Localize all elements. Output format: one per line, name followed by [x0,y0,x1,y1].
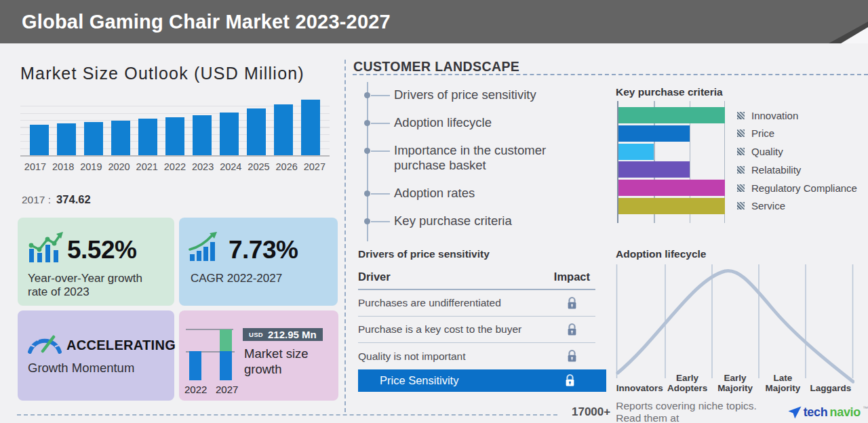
customer-landscape-title: CUSTOMER LANDSCAPE [353,59,519,75]
driver-label: Quality is not important [358,350,466,363]
kpc-bar-service [618,198,725,214]
legend-swatch-icon [737,129,745,137]
legend-swatch-icon [737,112,745,119]
kpc-bar-price [618,125,690,142]
lock-icon [566,323,578,337]
footer-text: Reports covering niche topics. Read them… [616,400,779,423]
legend-swatch-icon [737,166,745,174]
bar-2017 [30,125,49,155]
stage-label: EarlyMajority [711,365,759,393]
year-tick-label: 2017 [23,161,47,172]
legend-item: Relatability [737,161,857,178]
lock-icon [564,374,576,388]
legend-label: Quality [751,146,783,157]
momentum-label: Growth Momentum [28,361,134,376]
year-tick-label: 2021 [135,161,159,172]
mini-year-from: 2022 [184,384,207,395]
mini-bar-2027-base [220,351,232,380]
legend-item: Innovation [737,107,857,123]
momentum-value: ACCELERATING [66,338,176,353]
adoption-stage-labels: InnovatorsEarlyAdoptersEarlyMajorityLate… [616,365,854,393]
yoy-growth-card: 5.52% Year-over-Year growth rate of 2023 [18,218,174,306]
currency-label: USD [249,331,263,338]
legend-swatch-icon [737,184,745,192]
speedometer-icon [26,328,64,357]
section-divider [344,60,346,412]
stage-label: EarlyAdopters [663,365,711,393]
landscape-item: Drivers of price sensitivity [368,87,601,102]
key-purchase-legend: InnovationPriceQualityRelatabilityRegula… [737,101,857,216]
customer-landscape-list: Drivers of price sensitivityAdoption lif… [367,82,601,241]
stage-label: Laggards [807,365,854,393]
price-sensitivity-bar: Price Sensitivity [358,369,606,392]
key-purchase-bar-chart [617,101,725,223]
drivers-table: Driver Impact Purchases are undifferenti… [358,268,595,369]
brand-navio: navio [829,405,861,420]
usd-amount-badge: USD 212.95 Mn [243,328,323,341]
growth-momentum-card: ACCELERATING Growth Momentum [18,310,174,401]
legend-item: Price [737,125,857,142]
adoption-lifecycle-title: Adoption lifecycle [616,248,707,260]
landscape-item: Key purchase criteria [368,214,601,228]
bar-2021 [138,119,157,155]
year-tick-label: 2027 [302,161,327,172]
header-bar: Global Gaming Chair Market 2023-2027 [0,0,868,43]
mini-bar-2027-growth [220,329,232,352]
dashed-underline [353,74,868,75]
landscape-item: Importance in the customer purchase bask… [368,143,601,173]
legend-item: Regulatory Compliance [737,180,857,196]
driver-row: Purchase is a key cost to the buyer [358,317,595,343]
yoy-growth-value: 5.52% [67,236,136,264]
amount-value: 212.95 Mn [268,329,317,340]
year-tick-label: 2020 [107,161,132,172]
driver-label: Purchases are undifferentiated [358,297,501,309]
market-size-bar-chart [20,100,330,157]
year-tick-label: 2022 [163,161,187,172]
year-tick-label: 2026 [275,161,299,172]
driver-row: Purchases are undifferentiated [358,290,595,317]
year-tick-label: 2023 [191,161,215,172]
infographic-page: Global Gaming Chair Market 2023-2027 Mar… [0,0,868,423]
key-purchase-title: Key purchase criteria [616,86,723,98]
footer: 17000+ Reports covering niche topics. Re… [572,404,868,420]
growth-label: Market size growth [244,346,326,377]
lock-icon [566,296,578,310]
kpc-bar-regulatory-compliance [618,180,725,196]
kpc-bar-relatability [618,161,690,178]
bar-2024 [220,113,239,155]
legend-label: Price [751,127,774,139]
technavio-logo: technavio™ [788,405,868,420]
lock-icon [566,349,578,363]
legend-label: Innovation [751,110,798,121]
page-curl-icon [841,27,868,43]
bar-2023 [193,115,212,155]
kpc-bar-innovation [618,107,725,123]
base-year-value: 2017 :374.62 [22,193,91,206]
year-tick-label: 2018 [51,161,75,172]
landscape-item: Adoption lifecycle [368,115,601,130]
year-tick-label: 2019 [79,161,103,172]
legend-swatch-icon [737,148,745,155]
landscape-item: Adoption rates [368,186,601,201]
cagr-card: 7.73% CAGR 2022-2027 [179,218,338,306]
market-size-title: Market Size Outlook (USD Million) [20,64,304,83]
market-size-x-axis: 2017201820192020202120222023202420252026… [20,161,330,172]
bar-2019 [84,122,103,155]
legend-label: Service [751,200,785,212]
price-sensitivity-label: Price Sensitivity [380,374,458,387]
legend-item: Quality [737,144,857,160]
drivers-title: Drivers of price sensitivity [358,248,490,260]
bar-2020 [111,121,130,155]
report-count: 17000+ [572,405,610,419]
mini-year-to: 2027 [216,384,238,395]
impact-column-header: Impact [554,270,590,283]
legend-item: Service [737,198,857,214]
bar-2027 [301,100,320,155]
market-size-growth-card: 2022 2027 USD 212.95 Mn Market size grow… [179,310,338,401]
driver-row: Quality is not important [358,343,595,369]
legend-swatch-icon [737,202,745,209]
cagr-label: CAGR 2022-2027 [191,272,326,285]
legend-label: Relatability [751,164,801,176]
driver-label: Purchase is a key cost to the buyer [358,323,521,336]
legend-label: Regulatory Compliance [751,182,857,194]
